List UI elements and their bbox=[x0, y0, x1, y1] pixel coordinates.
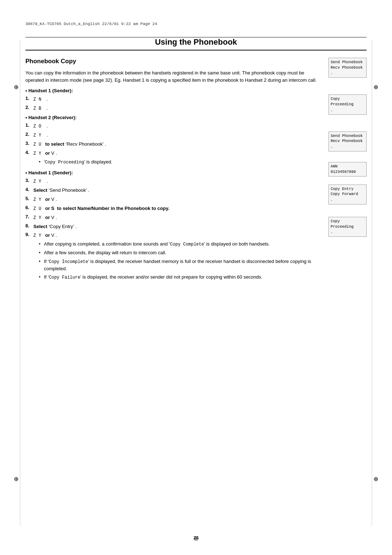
step-content: Select ‘Send Phonebook’ . bbox=[33, 187, 318, 194]
step-num: 4. bbox=[25, 187, 33, 192]
title-rule bbox=[25, 50, 367, 50]
step-num: 1. bbox=[25, 122, 33, 128]
handset1-steps-first: 1. Z N . 2. Z B . bbox=[25, 96, 318, 112]
sidebar: Send Phonebook Recv Phonebook . Copy Pro… bbox=[325, 58, 367, 284]
header-text: 30678_KX-TCD705 Dutch_a_English 22/6/01 … bbox=[25, 22, 157, 26]
step-content: Z U or S to select Name/Number in the Ph… bbox=[33, 205, 318, 212]
intro-text: You can copy the information in the phon… bbox=[25, 69, 318, 84]
sub-bullet-item: • After a few seconds, the display will … bbox=[39, 249, 318, 256]
step-content: Z Y or V . • After copying is completed,… bbox=[33, 232, 318, 282]
sub-bullet-item: • After copying is completed, a confirma… bbox=[39, 240, 318, 248]
step-num: 9. bbox=[25, 232, 33, 237]
handset1-steps-second: 3. Z Y . 4. Select ‘Send Phonebook’ . 5.… bbox=[25, 178, 318, 282]
step-item: 2. Z Y . bbox=[25, 131, 318, 139]
sidebar-display-box-1: Send Phonebook Recv Phonebook . bbox=[328, 58, 367, 78]
crosshair-left-bottom: ⊕ bbox=[14, 475, 19, 482]
step-item: 3. Z Y . bbox=[25, 178, 318, 185]
step-item: 7. Z Y or V . bbox=[25, 214, 318, 221]
step-item: 3. Z U to select ‘Recv Phonebook’ . bbox=[25, 141, 318, 148]
step-content: Select ‘Copy Entry’ . bbox=[33, 223, 318, 230]
step-item: 1. Z N . bbox=[25, 96, 318, 103]
step-num: 7. bbox=[25, 214, 33, 219]
step-content: Z N . bbox=[33, 96, 318, 103]
header-line: 30678_KX-TCD705 Dutch_a_English 22/6/01 … bbox=[25, 22, 367, 26]
sidebar-display-box-2: Copy Proceeding . bbox=[328, 94, 367, 114]
crosshair-right-bottom: ⊕ bbox=[373, 475, 378, 482]
sidebar-display-box-6: Copy Proceeding . bbox=[328, 217, 367, 237]
step-item: 8. Select ‘Copy Entry’ . bbox=[25, 223, 318, 230]
step-content: Z B . bbox=[33, 105, 318, 112]
step-num: 1. bbox=[25, 96, 33, 101]
step-num: 2. bbox=[25, 105, 33, 110]
sidebar-display-box-5: Copy Entry Copy Forward . bbox=[328, 185, 367, 204]
step-content: Z O . bbox=[33, 122, 318, 130]
page-number: 24 bbox=[193, 535, 199, 540]
footer: 24 bbox=[0, 535, 392, 540]
step-num: 4. bbox=[25, 150, 33, 155]
sidebar-display-box-4: ANN 01234567890 bbox=[328, 162, 367, 176]
margin-line-right bbox=[372, 40, 372, 526]
handset2-receiver-label: • Handset 2 (Receiver): bbox=[25, 115, 318, 120]
crosshair-left-top: ⊕ bbox=[14, 84, 19, 90]
content-area: Phonebook Copy You can copy the informat… bbox=[25, 58, 367, 284]
page-title: Using the Phonebook bbox=[25, 37, 367, 47]
step-item: 6. Z U or S to select Name/Number in the… bbox=[25, 205, 318, 212]
step-content: Z Y or V . bbox=[33, 214, 318, 221]
handset1-sender2-label: • Handset 1 (Sender): bbox=[25, 170, 318, 175]
sub-bullet-item: • If ‘Copy Failure’ is displayed, the re… bbox=[39, 274, 318, 281]
step9-bullets: • After copying is completed, a confirma… bbox=[33, 240, 318, 281]
step-content: Z Y . bbox=[33, 131, 318, 139]
step-content: Z Y or V . • ‘Copy Proceeding’ is displa… bbox=[33, 150, 318, 167]
margin-line-left bbox=[20, 40, 20, 526]
sub-bullet-item: • ‘Copy Proceeding’ is displayed. bbox=[39, 158, 318, 166]
step-item: 5. Z Y or V . bbox=[25, 196, 318, 203]
handset2-steps: 1. Z O . 2. Z Y . 3. Z U to select ‘Recv… bbox=[25, 122, 318, 167]
step-num: 3. bbox=[25, 141, 33, 146]
step-num: 5. bbox=[25, 196, 33, 201]
step-sub-bullet: • ‘Copy Proceeding’ is displayed. bbox=[33, 158, 318, 166]
step-item: 9. Z Y or V . • After copying is complet… bbox=[25, 232, 318, 282]
step-num: 2. bbox=[25, 131, 33, 137]
crosshair-right-top: ⊕ bbox=[373, 84, 378, 90]
step-item: 4. Select ‘Send Phonebook’ . bbox=[25, 187, 318, 194]
step-item: 4. Z Y or V . • ‘Copy Proceeding’ is dis… bbox=[25, 150, 318, 167]
step-content: Z U to select ‘Recv Phonebook’ . bbox=[33, 141, 318, 148]
sub-bullet-item: • If ‘Copy Incomplete’ is displayed, the… bbox=[39, 258, 318, 272]
section-title: Phonebook Copy bbox=[25, 58, 318, 65]
main-content: Phonebook Copy You can copy the informat… bbox=[25, 58, 325, 284]
step-content: Z Y . bbox=[33, 178, 318, 185]
handset1-sender-label: • Handset 1 (Sender): bbox=[25, 88, 318, 93]
sidebar-display-box-3: Send Phonebook Recv Phonebook . bbox=[328, 131, 367, 151]
step-item: 2. Z B . bbox=[25, 105, 318, 112]
page-container: ⊕ ⊕ ⊕ ⊕ 30678_KX-TCD705 Dutch_a_English … bbox=[0, 0, 392, 555]
step-num: 3. bbox=[25, 178, 33, 183]
step-content: Z Y or V . bbox=[33, 196, 318, 203]
step-num: 8. bbox=[25, 223, 33, 228]
step-num: 6. bbox=[25, 205, 33, 210]
step-item: 1. Z O . bbox=[25, 122, 318, 130]
